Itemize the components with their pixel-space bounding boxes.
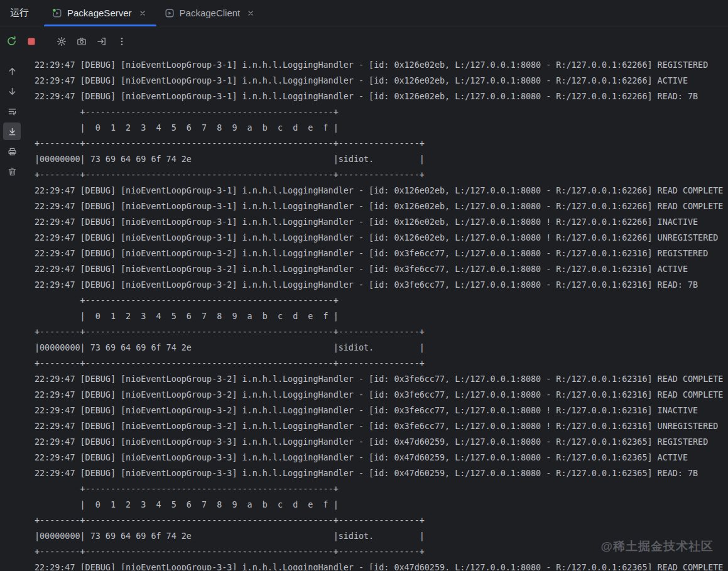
console-log-line: 22:29:47 [DEBUG] [nioEventLoopGroup-3-3]…: [35, 465, 728, 481]
console-log-line: 22:29:47 [DEBUG] [nioEventLoopGroup-3-2]…: [35, 418, 728, 434]
print-icon: [8, 147, 17, 156]
console-log-line: 22:29:47 [DEBUG] [nioEventLoopGroup-3-1]…: [35, 89, 728, 104]
prev-occurrence-button[interactable]: [3, 62, 21, 80]
close-tab-icon[interactable]: [137, 8, 148, 19]
console-log-line: | 0 1 2 3 4 5 6 7 8 9 a b c d e f |: [35, 497, 728, 513]
kebab-menu-icon: [117, 36, 127, 46]
soft-wrap-icon: [8, 107, 17, 116]
rerun-icon: [6, 36, 17, 46]
console-log-line: 22:29:47 [DEBUG] [nioEventLoopGroup-3-1]…: [35, 230, 728, 246]
more-options-button[interactable]: [113, 33, 131, 50]
camera-icon: [77, 36, 87, 46]
console-log-line: | 0 1 2 3 4 5 6 7 8 9 a b c d e f |: [35, 120, 728, 136]
console-log-line: 22:29:47 [DEBUG] [nioEventLoopGroup-3-1]…: [35, 198, 728, 214]
soft-wrap-button[interactable]: [3, 102, 21, 120]
console-log-line: +--------+------------------------------…: [35, 513, 728, 528]
console-log-line: 22:29:47 [DEBUG] [nioEventLoopGroup-3-3]…: [35, 560, 728, 570]
tab-packageserver[interactable]: PackageServer: [44, 0, 156, 26]
run-configuration-running-icon: [52, 8, 62, 18]
console-log-line: +--------+------------------------------…: [35, 356, 728, 371]
clear-all-trash-icon: [8, 167, 17, 177]
tab-label: PackageClient: [180, 8, 241, 18]
stop-button[interactable]: [23, 33, 40, 50]
console-gutter-toolbar: [0, 56, 24, 570]
export-button[interactable]: [93, 33, 111, 50]
console-log-line: +--------+------------------------------…: [35, 544, 728, 560]
print-button[interactable]: [3, 143, 21, 160]
console-log-line: 22:29:47 [DEBUG] [nioEventLoopGroup-3-2]…: [35, 387, 728, 403]
console-output[interactable]: 22:29:47 [DEBUG] [nioEventLoopGroup-3-1]…: [24, 56, 728, 570]
settings-button[interactable]: [53, 33, 70, 50]
arrow-down-icon: [8, 87, 17, 96]
run-configuration-icon: [165, 8, 175, 18]
console-log-line: 22:29:47 [DEBUG] [nioEventLoopGroup-3-1]…: [35, 57, 728, 73]
console-log-line: |00000000| 73 69 64 69 6f 74 2e |sidiot.…: [35, 151, 728, 167]
console-log-line: 22:29:47 [DEBUG] [nioEventLoopGroup-3-1]…: [35, 214, 728, 230]
console-log-line: | 0 1 2 3 4 5 6 7 8 9 a b c d e f |: [35, 308, 728, 324]
scroll-to-end-button[interactable]: [3, 122, 21, 140]
console-log-line: 22:29:47 [DEBUG] [nioEventLoopGroup-3-2]…: [35, 277, 728, 293]
console-log-line: 22:29:47 [DEBUG] [nioEventLoopGroup-3-1]…: [35, 73, 728, 89]
tab-bar: 运行 PackageServer: [0, 0, 728, 26]
console-log-line: 22:29:47 [DEBUG] [nioEventLoopGroup-3-2]…: [35, 246, 728, 261]
console-log-line: +--------+------------------------------…: [35, 136, 728, 151]
tab-packageclient[interactable]: PackageClient: [156, 0, 265, 26]
console-log-line: +---------------------------------------…: [35, 104, 728, 120]
console-log-line: +--------+------------------------------…: [35, 167, 728, 183]
console-log-line: 22:29:47 [DEBUG] [nioEventLoopGroup-3-3]…: [35, 450, 728, 465]
camera-button[interactable]: [73, 33, 90, 50]
console-log-line: 22:29:47 [DEBUG] [nioEventLoopGroup-3-3]…: [35, 434, 728, 450]
clear-all-button[interactable]: [3, 163, 21, 180]
arrow-up-icon: [8, 67, 17, 76]
rerun-button[interactable]: [3, 33, 20, 50]
console-log-line: |00000000| 73 69 64 69 6f 74 2e |sidiot.…: [35, 340, 728, 356]
console-log-line: 22:29:47 [DEBUG] [nioEventLoopGroup-3-1]…: [35, 183, 728, 198]
console-log-line: 22:29:47 [DEBUG] [nioEventLoopGroup-3-2]…: [35, 403, 728, 418]
console-area: 22:29:47 [DEBUG] [nioEventLoopGroup-3-1]…: [0, 56, 728, 570]
console-log-line: |00000000| 73 69 64 69 6f 74 2e |sidiot.…: [35, 528, 728, 544]
console-log-line: +---------------------------------------…: [35, 293, 728, 308]
console-log-line: +---------------------------------------…: [35, 481, 728, 497]
run-toolbar: [0, 26, 728, 56]
console-log-line: 22:29:47 [DEBUG] [nioEventLoopGroup-3-2]…: [35, 261, 728, 277]
tool-window-title: 运行: [0, 0, 44, 26]
settings-gear-icon: [57, 36, 67, 46]
tab-label: PackageServer: [67, 8, 132, 18]
console-log-line: +--------+------------------------------…: [35, 324, 728, 340]
run-tool-window: 运行 PackageServer: [0, 0, 728, 571]
export-icon: [97, 36, 107, 46]
stop-icon: [26, 36, 36, 46]
console-log-line: 22:29:47 [DEBUG] [nioEventLoopGroup-3-2]…: [35, 371, 728, 387]
scroll-to-end-icon: [8, 127, 17, 136]
next-occurrence-button[interactable]: [3, 82, 21, 100]
close-tab-icon[interactable]: [245, 8, 256, 19]
